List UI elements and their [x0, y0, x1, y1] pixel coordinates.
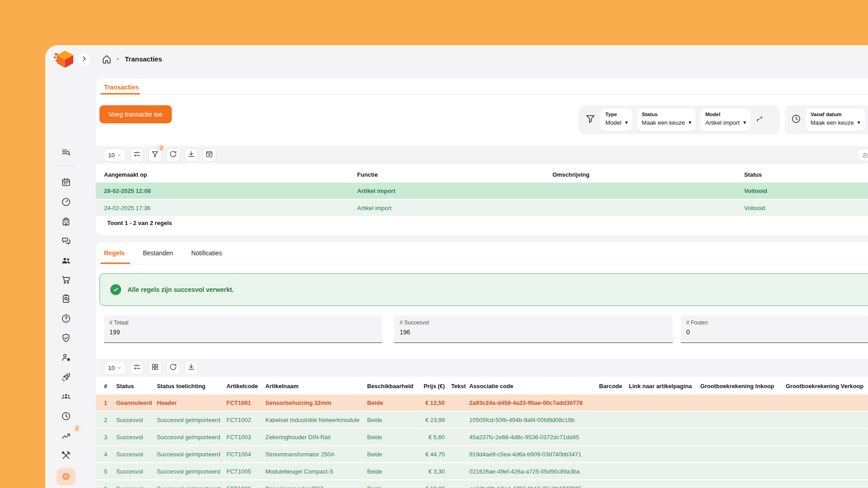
sidebar-item-gauge[interactable] [57, 195, 75, 211]
table-row[interactable]: 6SuccesvolSuccesvol geïmporteerdFCT1006P… [96, 480, 868, 488]
sidebar-item-chat[interactable] [57, 234, 75, 249]
breadcrumb-home-icon[interactable] [101, 54, 112, 65]
cell-prijs: € 19,80 [420, 485, 448, 488]
table-row[interactable]: 3SuccesvolSuccesvol geïmporteerdFCT1003Z… [96, 429, 868, 445]
adjustments-button[interactable] [130, 361, 144, 375]
table-row[interactable]: 1GeannuleerdHeaderFCT1001Sensorbehuizing… [96, 394, 868, 411]
sidebar-item-gear[interactable]: ⚙ [57, 468, 75, 485]
cell-nr: 5 [104, 468, 116, 475]
gauge-icon [61, 197, 71, 209]
adjustments-button[interactable] [130, 148, 144, 162]
date-filter-group: Vanaf datum Maak een keuze▼ [785, 105, 868, 134]
table-row[interactable]: 28-02-2025 12:08Artikel importVoltooid [96, 183, 868, 199]
filter-label: Status [642, 112, 692, 117]
column-header: Tekst [448, 383, 469, 389]
tab-regels[interactable]: Regels [104, 249, 125, 257]
stat-errors: # Fouten 0 [681, 315, 868, 343]
grid-button[interactable] [148, 361, 162, 375]
cart-icon [61, 275, 71, 286]
sidebar-item-list-search[interactable] [57, 145, 75, 161]
cell-artikelcode: FCT1002 [226, 417, 265, 423]
filter-label: Type [605, 112, 628, 117]
refresh-button[interactable] [166, 361, 180, 375]
breadcrumb: Transacties [125, 55, 162, 63]
sidebar-item-rocket[interactable] [57, 371, 75, 386]
pivot-corners-icon[interactable] [755, 114, 764, 125]
sidebar-item-group[interactable] [57, 390, 75, 405]
table-row[interactable]: 24-02-2025 17:36Artikel importVoltooid [96, 200, 868, 216]
sidebar-item-building[interactable] [57, 215, 75, 230]
cell-aangemaakt: 24-02-2025 17:36 [104, 205, 357, 211]
sidebar-item-clock[interactable] [57, 409, 75, 425]
status-filter-dropdown[interactable]: Status Maak een keuze▼ [637, 108, 696, 131]
sidebar-item-users[interactable] [57, 254, 75, 269]
page-size-select[interactable]: 10 [104, 148, 126, 162]
model-filter-dropdown[interactable]: Model Artikel import▼ [700, 108, 750, 131]
alert-text: Alle regels zijn succesvol verwerkt. [127, 286, 234, 293]
cell-status: Geannuleerd [116, 399, 157, 406]
cell-associatie: 021626ae-49ef-426a-a725-05d90c89a3ba [469, 468, 599, 475]
chevron-down-icon: ▼ [857, 121, 860, 125]
cell-beschikbaarheid: Beide [367, 434, 420, 441]
sidebar-item-trending[interactable]: 1 [57, 429, 75, 445]
cell-prijs: € 12,50 [420, 399, 448, 406]
filter-button[interactable]: 2 [148, 148, 162, 162]
clock-icon [61, 411, 71, 423]
archive-export-button[interactable] [203, 148, 216, 162]
refresh-button[interactable] [166, 148, 180, 162]
page-size-value: 10 [108, 365, 114, 371]
cell-nr: 4 [104, 451, 116, 458]
sidebar-item-calendar[interactable] [57, 175, 75, 191]
page-size-select[interactable]: 10 [104, 361, 126, 375]
chevron-down-icon [117, 365, 122, 371]
from-date-filter-dropdown[interactable]: Vanaf datum Maak een keuze▼ [806, 108, 865, 131]
cell-beschikbaarheid: Beide [367, 451, 420, 458]
cell-status: Voltooid [744, 205, 868, 211]
trending-icon [61, 431, 71, 443]
column-header: # [104, 383, 116, 389]
clipboard-search-icon [61, 294, 71, 305]
cell-artikelnaam: Stroomtransformator 250A [265, 451, 367, 458]
stat-success: # Succesvol 196 [394, 315, 673, 343]
sidebar-item-clipboard-search[interactable] [57, 292, 75, 307]
column-header: Status [116, 383, 157, 389]
sidebar-expand-button[interactable] [77, 52, 91, 67]
search-input[interactable] [858, 149, 868, 161]
cell-beschikbaarheid: Beide [367, 417, 420, 423]
sidebar-item-person-box[interactable] [57, 351, 75, 366]
cell-nr: 2 [104, 417, 116, 423]
column-header: Barcode [599, 383, 629, 389]
tab-bestanden[interactable]: Bestanden [143, 249, 173, 257]
cell-artikelnaam: Sensorbehuizing 32mm [265, 399, 367, 406]
table-row[interactable]: 4SuccesvolSuccesvol geïmporteerdFCT1004S… [96, 446, 868, 462]
column-header: Status [744, 171, 868, 178]
list-search-icon [61, 147, 71, 159]
success-alert: Alle regels zijn succesvol verwerkt. [99, 273, 868, 306]
type-filter-dropdown[interactable]: Type Model▼ [600, 108, 632, 131]
chevron-down-icon: ▼ [625, 121, 627, 125]
stat-label: # Totaal [109, 319, 377, 326]
refresh-icon [169, 150, 177, 160]
sidebar: 1⚙ [45, 45, 87, 488]
table-row[interactable]: 5SuccesvolSuccesvol geïmporteerdFCT1005M… [96, 463, 868, 479]
tab-transacties[interactable]: Transacties [104, 84, 139, 91]
tab-notificaties[interactable]: Notificaties [191, 249, 222, 257]
table-row[interactable]: 2SuccesvolSuccesvol geïmporteerdFCT1002K… [96, 412, 868, 428]
cell-toelichting: Succesvol geïmporteerd [157, 434, 226, 441]
cell-beschikbaarheid: Beide [367, 399, 420, 406]
rocket-icon [61, 372, 71, 384]
cell-prijs: € 3,30 [420, 468, 448, 475]
add-transaction-button[interactable]: Voeg transactie toe [99, 105, 172, 123]
sidebar-item-help[interactable] [57, 312, 75, 327]
cell-artikelnaam: Kabelset Industriële Netwerkmodule [265, 417, 367, 423]
cell-status: Succesvol [116, 417, 157, 423]
download-button[interactable] [184, 361, 198, 375]
sidebar-item-cart[interactable] [57, 273, 75, 288]
cell-status: Succesvol [116, 434, 157, 441]
cell-nr: 3 [104, 434, 116, 441]
adjustments-icon [133, 150, 141, 160]
column-header: Beschikbaarheid [367, 383, 420, 389]
sidebar-item-tools[interactable] [57, 449, 75, 464]
sidebar-item-shield-check[interactable] [57, 331, 75, 347]
download-button[interactable] [184, 148, 198, 162]
